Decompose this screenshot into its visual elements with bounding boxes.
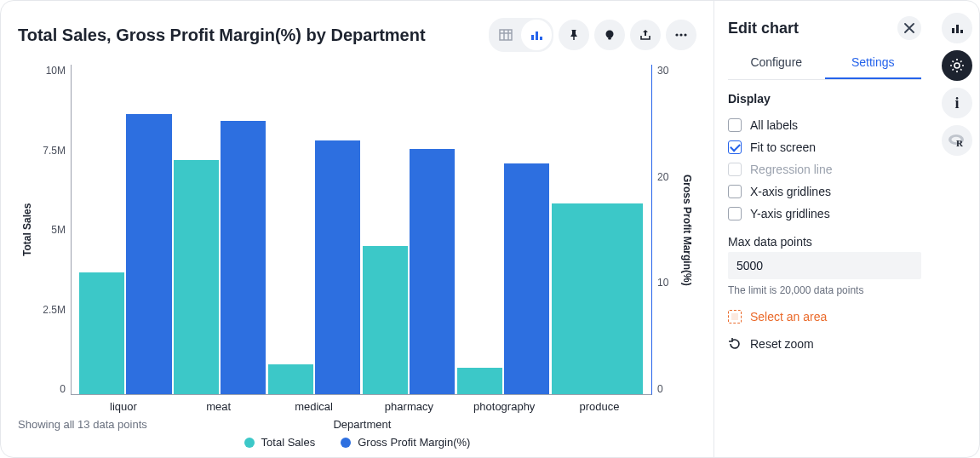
legend-label: Gross Profit Margin(%) xyxy=(358,436,470,449)
svg-point-8 xyxy=(606,31,614,38)
svg-text:R: R xyxy=(956,138,964,148)
y-tick: 0 xyxy=(60,383,66,395)
y-axis-right-label: Gross Profit Margin(%) xyxy=(678,65,696,395)
close-button[interactable] xyxy=(897,16,921,40)
checkbox-icon xyxy=(728,207,742,220)
checkbox-icon xyxy=(728,140,742,154)
bar-chart-icon xyxy=(949,20,965,36)
x-category: meat xyxy=(171,400,266,413)
y-tick: 10M xyxy=(46,65,66,77)
rail-info-button[interactable]: i xyxy=(942,88,972,118)
bar-group-pharmacy xyxy=(361,65,456,394)
y-tick: 30 xyxy=(657,65,668,77)
close-icon xyxy=(904,23,914,33)
x-category: produce xyxy=(552,400,647,413)
edit-title: Edit chart xyxy=(728,20,799,37)
y-tick: 5M xyxy=(51,224,66,236)
svg-point-16 xyxy=(954,63,960,68)
edit-panel: Edit chart Configure Settings Display Al… xyxy=(714,1,935,457)
bar-total-sales[interactable] xyxy=(552,203,642,394)
chart-view-button[interactable] xyxy=(521,20,552,50)
svg-rect-9 xyxy=(608,37,611,40)
bar-group-meat xyxy=(173,65,267,394)
x-category: pharmacy xyxy=(361,400,456,413)
checkbox-label: Fit to screen xyxy=(750,140,816,154)
checkbox-x-gridlines[interactable]: X-axis gridlines xyxy=(728,180,921,203)
chart-footer: Showing all 13 data points Department xyxy=(18,418,696,431)
svg-rect-6 xyxy=(540,37,542,40)
bar-gross-margin[interactable] xyxy=(315,140,360,394)
x-category: liquor xyxy=(76,400,171,413)
bar-gross-margin[interactable] xyxy=(504,163,549,394)
y-axis-left-label: Total Sales xyxy=(18,65,37,395)
more-icon xyxy=(673,27,689,43)
pin-icon xyxy=(567,28,581,42)
x-axis-label: Department xyxy=(147,418,577,431)
checkbox-label: Regression line xyxy=(750,163,833,176)
y-tick: 10 xyxy=(657,277,668,289)
right-rail: i R xyxy=(935,1,979,457)
checkbox-all-labels[interactable]: All labels xyxy=(728,114,921,136)
bar-total-sales[interactable] xyxy=(268,364,313,394)
pin-button[interactable] xyxy=(559,20,589,50)
edit-header: Edit chart xyxy=(728,16,921,40)
view-toggle xyxy=(489,18,553,52)
svg-rect-14 xyxy=(956,25,959,33)
section-display-title: Display xyxy=(728,92,921,106)
bar-total-sales[interactable] xyxy=(363,246,408,394)
insight-button[interactable] xyxy=(594,20,625,50)
max-points-input[interactable] xyxy=(728,252,921,279)
action-label: Reset zoom xyxy=(750,337,814,351)
x-category: photography xyxy=(456,400,552,413)
info-icon: i xyxy=(954,94,959,112)
bar-group-produce xyxy=(550,65,645,394)
x-category: medical xyxy=(266,400,362,413)
checkbox-y-gridlines[interactable]: Y-axis gridlines xyxy=(728,203,921,225)
bar-total-sales[interactable] xyxy=(457,368,502,394)
rail-r-button[interactable]: R xyxy=(942,125,972,156)
r-logo-icon: R xyxy=(948,133,966,148)
bar-gross-margin[interactable] xyxy=(410,149,455,394)
checkbox-icon xyxy=(728,118,742,132)
tab-configure[interactable]: Configure xyxy=(728,49,825,79)
legend-item-margin[interactable]: Gross Profit Margin(%) xyxy=(341,436,470,449)
bulb-icon xyxy=(603,28,616,42)
svg-rect-0 xyxy=(500,30,512,40)
more-button[interactable] xyxy=(666,20,696,50)
share-button[interactable] xyxy=(630,20,661,50)
reset-zoom-icon xyxy=(728,337,742,351)
edit-tabs: Configure Settings xyxy=(728,49,921,80)
chart-toolbar xyxy=(489,18,696,52)
bar-gross-margin[interactable] xyxy=(221,121,266,394)
checkbox-icon xyxy=(728,163,742,176)
y-axis-left-ticks: 10M 7.5M 5M 2.5M 0 xyxy=(37,65,71,395)
checkbox-label: Y-axis gridlines xyxy=(750,207,830,220)
select-area-button[interactable]: Select an area xyxy=(728,310,921,323)
bar-total-sales[interactable] xyxy=(174,160,219,394)
y-axis-right-ticks: 30 20 10 0 xyxy=(652,65,678,395)
table-view-button[interactable] xyxy=(490,20,521,50)
bar-group-photography xyxy=(456,65,550,394)
rail-chart-button[interactable] xyxy=(942,13,972,43)
reset-zoom-button[interactable]: Reset zoom xyxy=(728,337,921,351)
rail-settings-button[interactable] xyxy=(942,50,972,81)
bar-total-sales[interactable] xyxy=(79,272,124,394)
checkbox-regression-line: Regression line xyxy=(728,158,921,180)
app-frame: Total Sales, Gross Profit Margin(%) by D… xyxy=(0,0,980,458)
checkbox-label: X-axis gridlines xyxy=(750,185,831,198)
svg-rect-4 xyxy=(531,35,534,40)
max-points-label: Max data points xyxy=(728,235,921,249)
action-label: Select an area xyxy=(750,310,827,323)
y-tick: 20 xyxy=(657,171,668,183)
checkbox-fit-to-screen[interactable]: Fit to screen xyxy=(728,136,921,158)
gear-icon xyxy=(949,58,965,73)
plot-area[interactable] xyxy=(71,65,652,395)
svg-point-10 xyxy=(675,33,678,36)
bar-gross-margin[interactable] xyxy=(126,114,171,394)
legend-item-sales[interactable]: Total Sales xyxy=(244,436,316,449)
svg-rect-15 xyxy=(960,30,963,33)
svg-point-12 xyxy=(684,33,686,36)
chart-title: Total Sales, Gross Profit Margin(%) by D… xyxy=(18,26,426,45)
tab-settings[interactable]: Settings xyxy=(825,49,922,79)
svg-point-11 xyxy=(679,33,682,36)
